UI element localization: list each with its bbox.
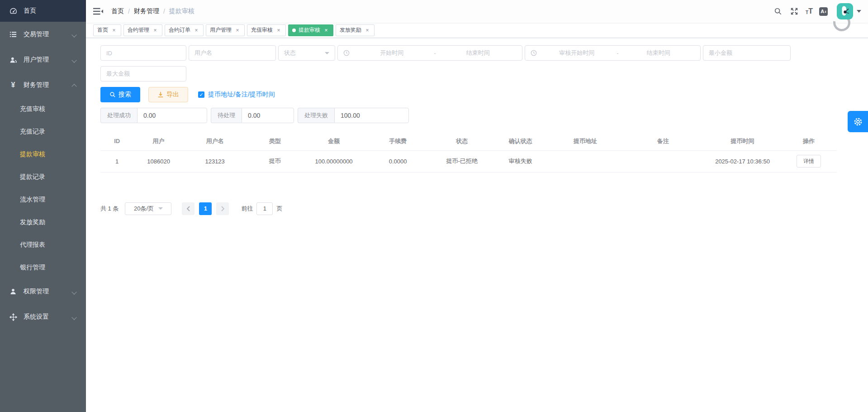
- close-icon[interactable]: ×: [152, 27, 158, 34]
- stat-label: 处理成功: [100, 108, 137, 123]
- col-actions: 操作: [781, 132, 837, 150]
- sidebar-subitem-recharge-review[interactable]: 充值审核: [0, 98, 86, 120]
- username-input[interactable]: 用户名: [189, 45, 276, 61]
- tab-reward[interactable]: 发放奖励×: [336, 24, 375, 36]
- settings-fab[interactable]: [848, 111, 868, 132]
- cell-status: 提币-已拒绝: [432, 150, 492, 172]
- sidebar-subitem-bank-manage[interactable]: 银行管理: [0, 256, 86, 279]
- filter-row-2: 最大金额: [100, 66, 837, 81]
- page-unit-label: 页: [276, 205, 282, 213]
- chevron-down-icon: [72, 32, 77, 37]
- app-root: 首页 交易管理 用户管理 ¥ 财务管理 充值审核 充值记录 提款审核 提款记录: [0, 0, 868, 412]
- cell-fee: 0.0000: [364, 150, 432, 172]
- page-size-select[interactable]: 20条/页: [125, 202, 171, 215]
- close-icon[interactable]: ×: [234, 27, 241, 34]
- avatar[interactable]: [837, 3, 853, 19]
- stats-row: 处理成功 0.00 待处理 0.00 处理失败 100.00: [100, 108, 837, 123]
- table-header-row: ID 用户 用户名 类型 金额 手续费 状态 确认状态 提币地址 备注 提币时间…: [100, 132, 837, 150]
- search-icon[interactable]: [773, 6, 783, 16]
- sidebar-item-trade[interactable]: 交易管理: [0, 22, 86, 47]
- col-id: ID: [100, 132, 133, 150]
- sidebar-item-label: 财务管理: [24, 81, 72, 89]
- stat-pending: 待处理 0.00: [211, 108, 294, 123]
- sidebar: 首页 交易管理 用户管理 ¥ 财务管理 充值审核 充值记录 提款审核 提款记录: [0, 0, 86, 412]
- stat-value[interactable]: 100.00: [334, 108, 409, 123]
- navbar: 首页 / 财务管理 / 提款审核 TT Az: [86, 0, 868, 23]
- goto-label: 前往: [241, 205, 253, 213]
- close-icon[interactable]: ×: [275, 27, 282, 34]
- stat-success: 处理成功 0.00: [100, 108, 207, 123]
- yen-icon: ¥: [9, 81, 17, 89]
- sidebar-item-home[interactable]: 首页: [0, 0, 86, 22]
- col-remark: 备注: [622, 132, 704, 150]
- min-amount-input[interactable]: 最小金额: [703, 45, 791, 61]
- stat-value[interactable]: 0.00: [242, 108, 294, 123]
- id-input[interactable]: ID: [100, 45, 186, 61]
- close-icon[interactable]: ×: [111, 27, 117, 34]
- cell-username: 123123: [184, 150, 246, 172]
- breadcrumb-item-finance[interactable]: 财务管理: [134, 7, 159, 15]
- col-user: 用户: [133, 132, 184, 150]
- chevron-down-icon: [72, 57, 77, 62]
- cell-actions: 详情: [781, 150, 837, 172]
- pagination: 共 1 条 20条/页 1 前往 1 页: [100, 202, 837, 215]
- sidebar-item-users[interactable]: 用户管理: [0, 47, 86, 72]
- sidebar-subitem-flow-manage[interactable]: 流水管理: [0, 188, 86, 211]
- sidebar-subitem-withdraw-review[interactable]: 提款审核: [0, 143, 86, 166]
- clock-icon: [531, 50, 537, 56]
- tab-contract-order[interactable]: 合约订单×: [165, 24, 204, 36]
- export-button[interactable]: 导出: [148, 87, 188, 102]
- sidebar-item-label: 系统设置: [24, 313, 72, 321]
- sidebar-toggle-icon[interactable]: [93, 7, 103, 16]
- review-date-range-picker[interactable]: 审核开始时间 - 结束时间: [525, 45, 701, 61]
- close-icon[interactable]: ×: [193, 27, 199, 34]
- sidebar-item-permission[interactable]: 权限管理: [0, 279, 86, 304]
- sidebar-item-finance[interactable]: ¥ 财务管理: [0, 72, 86, 98]
- tab-withdraw-review[interactable]: 提款审核×: [288, 24, 333, 36]
- sidebar-subitem-agent-report[interactable]: 代理报表: [0, 234, 86, 256]
- sidebar-subitem-withdraw-record[interactable]: 提款记录: [0, 166, 86, 188]
- stat-value[interactable]: 0.00: [137, 108, 207, 123]
- tab-recharge-review[interactable]: 充值审核×: [247, 24, 286, 36]
- cell-address: [549, 150, 621, 172]
- breadcrumb-item-home[interactable]: 首页: [111, 7, 124, 15]
- goto-page-input[interactable]: 1: [256, 202, 273, 215]
- font-size-icon[interactable]: TT: [806, 8, 813, 15]
- close-icon[interactable]: ×: [323, 27, 329, 34]
- detail-button[interactable]: 详情: [797, 155, 821, 168]
- next-page-button[interactable]: [216, 202, 229, 215]
- tab-contract-manage[interactable]: 合约管理×: [123, 24, 162, 36]
- stat-label: 处理失败: [298, 108, 334, 123]
- fullscreen-icon[interactable]: [789, 6, 799, 16]
- tab-user-manage[interactable]: 用户管理×: [206, 24, 245, 36]
- date-range-picker[interactable]: 开始时间 - 结束时间: [337, 45, 522, 61]
- col-address: 提币地址: [549, 132, 621, 150]
- dashboard-icon: [9, 7, 17, 15]
- clock-icon: [343, 50, 350, 56]
- sidebar-subitem-reward[interactable]: 发放奖励: [0, 211, 86, 234]
- cell-amount: 100.00000000: [304, 150, 364, 172]
- max-amount-input[interactable]: 最大金额: [100, 66, 186, 81]
- prev-page-button[interactable]: [182, 202, 194, 215]
- breadcrumb-separator: /: [163, 8, 165, 15]
- status-select[interactable]: 状态: [278, 45, 335, 61]
- user-menu[interactable]: [837, 3, 861, 19]
- tags-view-bar: 首页× 合约管理× 合约订单× 用户管理× 充值审核× 提款审核× 发放奖励×: [86, 23, 868, 38]
- stat-label: 待处理: [211, 108, 242, 123]
- pagination-total: 共 1 条: [100, 205, 119, 213]
- main-area: 首页 / 财务管理 / 提款审核 TT Az: [86, 0, 868, 412]
- show-columns-checkbox[interactable]: ✓ 提币地址/备注/提币时间: [198, 91, 275, 99]
- sidebar-item-label: 权限管理: [24, 287, 72, 296]
- col-type: 类型: [246, 132, 304, 150]
- tab-home[interactable]: 首页×: [93, 24, 121, 36]
- active-dot: [292, 29, 296, 32]
- actions-row: 搜索 导出 ✓ 提币地址/备注/提币时间: [100, 87, 837, 102]
- search-button[interactable]: 搜索: [100, 87, 140, 102]
- move-icon: [9, 313, 17, 321]
- checkbox-checked-icon[interactable]: ✓: [198, 91, 204, 98]
- page-number-1[interactable]: 1: [199, 202, 212, 215]
- sidebar-subitem-recharge-record[interactable]: 充值记录: [0, 120, 86, 143]
- translate-icon[interactable]: Az: [819, 7, 828, 16]
- sidebar-item-settings[interactable]: 系统设置: [0, 304, 86, 330]
- close-icon[interactable]: ×: [364, 27, 370, 34]
